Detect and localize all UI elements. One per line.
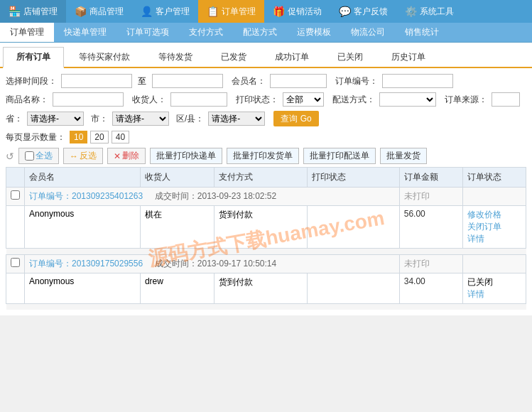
select-all-checkbox[interactable] — [25, 151, 34, 161]
receiver-input[interactable] — [170, 92, 227, 107]
order-checkbox-0[interactable] — [11, 190, 20, 200]
per-page-40[interactable]: 40 — [112, 131, 129, 143]
th-member: 会员名 — [25, 168, 141, 188]
subnav-freight[interactable]: 运费模板 — [287, 23, 341, 42]
orders-table: 会员名 收货人 支付方式 打印状态 订单金额 订单状态 订单编号：2013092… — [6, 167, 526, 310]
deal-time-0: 成交时间：2013-09-23 18:02:52 — [155, 191, 276, 201]
order-header-info-0: 订单编号：201309235401263 成交时间：2013-09-23 18:… — [25, 188, 400, 206]
total-cell-1: 34.00 — [399, 273, 462, 304]
spacer-row — [6, 249, 526, 255]
product-label: 商品名称： — [6, 94, 48, 106]
order-tabs: 所有订单 等待买家付款 等待发货 已发货 成功订单 已关闭 历史订单 — [0, 43, 532, 68]
invert-icon: ↔ — [70, 151, 78, 161]
source-input[interactable] — [492, 92, 520, 107]
subnav-logistics[interactable]: 物流公司 — [341, 23, 395, 42]
city-select[interactable]: 请选择- — [112, 112, 169, 126]
filter-row-2: 商品名称： 收货人： 打印状态： 全部 已打印 未打印 配送方式： 订单来源： — [6, 92, 526, 107]
print-status-select[interactable]: 全部 已打印 未打印 — [283, 92, 324, 107]
tools-icon: ⚙️ — [405, 6, 417, 17]
order-header-info-1: 订单编号：201309175029556 成交时间：2013-09-17 10:… — [25, 255, 400, 273]
tab-closed[interactable]: 已关闭 — [324, 47, 376, 67]
invert-button[interactable]: ↔ 反选 — [63, 148, 103, 164]
member-input[interactable] — [270, 74, 327, 88]
order-actions-header-0 — [462, 188, 526, 206]
order-actions-header-1 — [462, 255, 526, 273]
empty-cell-1 — [307, 273, 399, 304]
select-all-button[interactable]: 全选 — [18, 148, 59, 164]
data-row-checkbox-0 — [6, 206, 25, 249]
table-row: 订单编号：201309235401263 成交时间：2013-09-23 18:… — [6, 188, 526, 206]
delete-button[interactable]: ✕ 删除 — [107, 148, 146, 164]
time-sep: 至 — [138, 75, 146, 87]
th-payment: 支付方式 — [215, 168, 307, 188]
print-label: 打印状态： — [236, 94, 278, 106]
th-checkbox — [6, 168, 25, 188]
batch-delivery-button[interactable]: 批量打印配送单 — [303, 148, 376, 164]
subnav-express-mgmt[interactable]: 快递单管理 — [54, 23, 116, 42]
table-row: Anonymous 棋在 货到付款 56.00 修改价格关闭订单详情 — [6, 206, 526, 249]
nav-promotions[interactable]: 🎁 促销活动 — [264, 0, 330, 23]
nav-feedback[interactable]: 💬 客户反馈 — [330, 0, 396, 23]
batch-send-button[interactable]: 批量发货 — [380, 148, 427, 164]
district-select[interactable]: 请选择- — [208, 112, 265, 126]
main-content: 选择时间段： 至 会员名： 订单编号： 商品名称： 收货人： 打印状态： 全部 … — [0, 68, 532, 315]
per-page-20[interactable]: 20 — [90, 131, 108, 143]
nav-products[interactable]: 📦 商品管理 — [66, 0, 132, 23]
th-receiver: 收货人 — [140, 168, 215, 188]
province-select[interactable]: 请选择- — [27, 112, 84, 126]
delivery-select[interactable] — [379, 92, 436, 107]
products-icon: 📦 — [75, 6, 87, 17]
batch-ship-button[interactable]: 批量打印发货单 — [227, 148, 299, 164]
tab-all[interactable]: 所有订单 — [3, 47, 64, 68]
order-checkbox-cell-0 — [6, 188, 25, 206]
product-input[interactable] — [53, 92, 124, 107]
tab-shipped[interactable]: 已发货 — [207, 47, 260, 67]
nav-customers[interactable]: 👤 客户管理 — [132, 0, 198, 23]
detail-link-1[interactable]: 详情 — [467, 288, 521, 300]
feedback-icon: 💬 — [339, 6, 351, 17]
action-link[interactable]: 修改价格 — [467, 209, 521, 221]
empty-cell-0 — [307, 206, 399, 249]
order-checkbox-1[interactable] — [11, 258, 20, 267]
subnav-order-mgmt[interactable]: 订单管理 — [0, 23, 54, 42]
per-page: 每页显示数量： 10 20 40 — [6, 131, 526, 143]
time-end-input[interactable] — [152, 74, 223, 88]
th-total: 订单金额 — [399, 168, 462, 188]
tab-pending-ship[interactable]: 等待发货 — [145, 47, 206, 67]
sub-nav: 订单管理 快递单管理 订单可选项 支付方式 配送方式 运费模板 物流公司 销售统… — [0, 23, 532, 43]
subnav-payment[interactable]: 支付方式 — [179, 23, 233, 42]
order-status-1: 已关闭 — [467, 277, 493, 287]
status-cell-0: 修改价格关闭订单详情 — [462, 206, 526, 249]
status-cell-1: 已关闭详情 — [462, 273, 526, 304]
nav-orders[interactable]: 📋 订单管理 — [198, 0, 264, 23]
detail-link-0[interactable]: 详情 — [467, 233, 521, 245]
subnav-stats[interactable]: 销售统计 — [395, 23, 449, 42]
time-start-input[interactable] — [61, 74, 132, 88]
city-label: 市： — [91, 113, 108, 125]
member-label: 会员名： — [232, 75, 266, 87]
subnav-order-select[interactable]: 订单可选项 — [116, 23, 179, 42]
batch-express-button[interactable]: 批量打印快递单 — [150, 148, 222, 164]
nav-tools[interactable]: ⚙️ 系统工具 — [396, 0, 462, 23]
th-print-status: 打印状态 — [307, 168, 399, 188]
payment-cell-1: 货到付款 — [215, 273, 307, 304]
subnav-delivery[interactable]: 配送方式 — [233, 23, 287, 42]
table-row: Anonymous drew 货到付款 34.00 已关闭详情 — [6, 273, 526, 304]
tab-success[interactable]: 成功订单 — [261, 47, 322, 67]
nav-store[interactable]: 🏪 店铺管理 — [0, 0, 66, 23]
refresh-icon[interactable]: ↺ — [6, 151, 14, 162]
orders-icon: 📋 — [207, 6, 219, 17]
total-cell-0: 56.00 — [399, 206, 462, 249]
member-cell-1: Anonymous — [25, 273, 141, 304]
delete-icon: ✕ — [114, 151, 121, 161]
tab-history[interactable]: 历史订单 — [378, 47, 439, 67]
order-no-1: 订单编号：201309175029556 — [29, 259, 143, 269]
order-checkbox-cell-1 — [6, 255, 25, 273]
order-no-input[interactable] — [382, 74, 453, 88]
tab-pending-payment[interactable]: 等待买家付款 — [65, 47, 143, 67]
action-link[interactable]: 关闭订单 — [467, 221, 521, 233]
query-button[interactable]: 查询 Go — [273, 111, 318, 126]
per-page-10[interactable]: 10 — [70, 131, 87, 143]
member-cell-0: Anonymous — [25, 206, 141, 249]
order-print-status-1: 未打印 — [399, 255, 462, 273]
